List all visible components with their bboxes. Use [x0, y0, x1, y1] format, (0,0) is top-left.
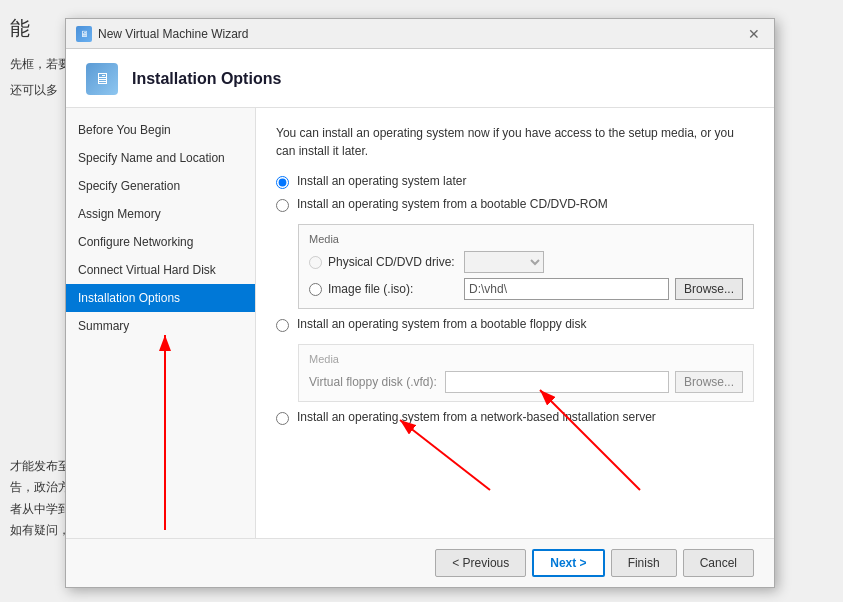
next-button[interactable]: Next >: [532, 549, 604, 577]
vfd-path-input[interactable]: [445, 371, 669, 393]
label-install-later[interactable]: Install an operating system later: [297, 174, 466, 188]
radio-physical-drive[interactable]: [309, 256, 322, 269]
label-physical-drive: Physical CD/DVD drive:: [328, 255, 458, 269]
radio-group: Install an operating system later Instal…: [276, 174, 754, 433]
sidebar-item-installation-options[interactable]: Installation Options: [66, 284, 255, 312]
title-bar-left: 🖥 New Virtual Machine Wizard: [76, 26, 249, 42]
cd-dvd-sub-options: Media Physical CD/DVD drive: Image file …: [298, 224, 754, 309]
vfd-row: Virtual floppy disk (.vfd): Browse...: [309, 371, 743, 393]
sidebar-item-generation[interactable]: Specify Generation: [66, 172, 255, 200]
iso-row: Image file (.iso): Browse...: [309, 278, 743, 300]
label-iso-file: Image file (.iso):: [328, 282, 458, 296]
dialog-header: 🖥 Installation Options: [66, 49, 774, 108]
option-floppy: Install an operating system from a boota…: [276, 317, 754, 332]
browse-vfd-button[interactable]: Browse...: [675, 371, 743, 393]
physical-drive-select[interactable]: [464, 251, 544, 273]
dialog-header-title: Installation Options: [132, 70, 281, 88]
main-content: You can install an operating system now …: [256, 108, 774, 538]
radio-iso-file[interactable]: [309, 283, 322, 296]
media-title-floppy: Media: [309, 353, 743, 365]
option-cd-dvd: Install an operating system from a boota…: [276, 197, 754, 212]
sidebar: Before You Begin Specify Name and Locati…: [66, 108, 256, 538]
floppy-sub-options: Media Virtual floppy disk (.vfd): Browse…: [298, 344, 754, 402]
physical-drive-row: Physical CD/DVD drive:: [309, 251, 743, 273]
sidebar-item-summary[interactable]: Summary: [66, 312, 255, 340]
label-network[interactable]: Install an operating system from a netwo…: [297, 410, 656, 424]
iso-path-input[interactable]: [464, 278, 669, 300]
label-cd-dvd[interactable]: Install an operating system from a boota…: [297, 197, 608, 211]
radio-floppy[interactable]: [276, 319, 289, 332]
dialog-window: 🖥 New Virtual Machine Wizard ✕ 🖥 Install…: [65, 18, 775, 588]
dialog-icon: 🖥: [76, 26, 92, 42]
header-icon: 🖥: [86, 63, 118, 95]
sidebar-item-memory[interactable]: Assign Memory: [66, 200, 255, 228]
close-button[interactable]: ✕: [744, 24, 764, 44]
dialog-title: New Virtual Machine Wizard: [98, 27, 249, 41]
sidebar-item-hard-disk[interactable]: Connect Virtual Hard Disk: [66, 256, 255, 284]
radio-cd-dvd[interactable]: [276, 199, 289, 212]
label-floppy[interactable]: Install an operating system from a boota…: [297, 317, 587, 331]
intro-text: You can install an operating system now …: [276, 124, 754, 160]
option-network: Install an operating system from a netwo…: [276, 410, 754, 425]
label-vfd: Virtual floppy disk (.vfd):: [309, 375, 439, 389]
dialog-body: Before You Begin Specify Name and Locati…: [66, 108, 774, 538]
title-bar: 🖥 New Virtual Machine Wizard ✕: [66, 19, 774, 49]
sidebar-item-name-location[interactable]: Specify Name and Location: [66, 144, 255, 172]
radio-install-later[interactable]: [276, 176, 289, 189]
previous-button[interactable]: < Previous: [435, 549, 526, 577]
dialog-footer: < Previous Next > Finish Cancel: [66, 538, 774, 587]
radio-network[interactable]: [276, 412, 289, 425]
finish-button[interactable]: Finish: [611, 549, 677, 577]
cancel-button[interactable]: Cancel: [683, 549, 754, 577]
sidebar-item-networking[interactable]: Configure Networking: [66, 228, 255, 256]
option-install-later: Install an operating system later: [276, 174, 754, 189]
sidebar-item-before-you-begin[interactable]: Before You Begin: [66, 116, 255, 144]
browse-iso-button[interactable]: Browse...: [675, 278, 743, 300]
media-title-cd: Media: [309, 233, 743, 245]
